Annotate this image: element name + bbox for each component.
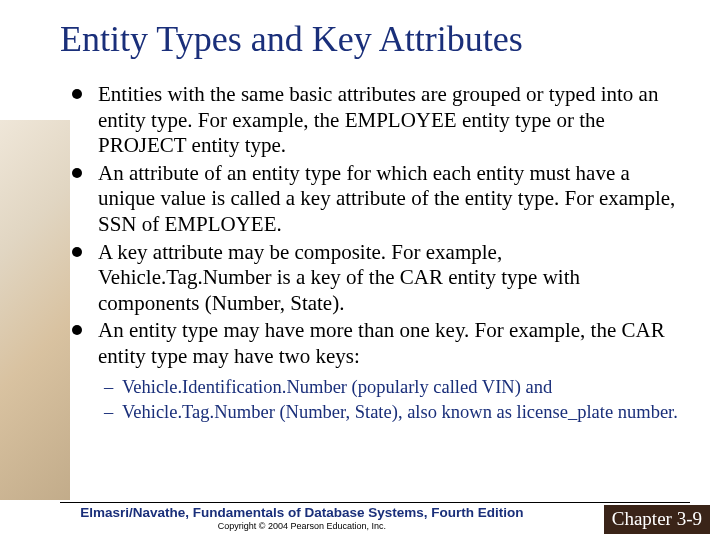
bullet-item: A key attribute may be composite. For ex… <box>70 240 680 317</box>
slide-title: Entity Types and Key Attributes <box>60 18 680 60</box>
bullet-item: An entity type may have more than one ke… <box>70 318 680 369</box>
slide-content: Entity Types and Key Attributes Entities… <box>0 0 720 540</box>
main-bullet-list: Entities with the same basic attributes … <box>70 82 680 370</box>
bullet-item: Entities with the same basic attributes … <box>70 82 680 159</box>
sub-bullet-item: Vehicle.Tag.Number (Number, State), also… <box>104 401 680 424</box>
sub-bullet-list: Vehicle.Identification.Number (popularly… <box>104 376 680 424</box>
sub-bullet-item: Vehicle.Identification.Number (popularly… <box>104 376 680 399</box>
bullet-item: An attribute of an entity type for which… <box>70 161 680 238</box>
